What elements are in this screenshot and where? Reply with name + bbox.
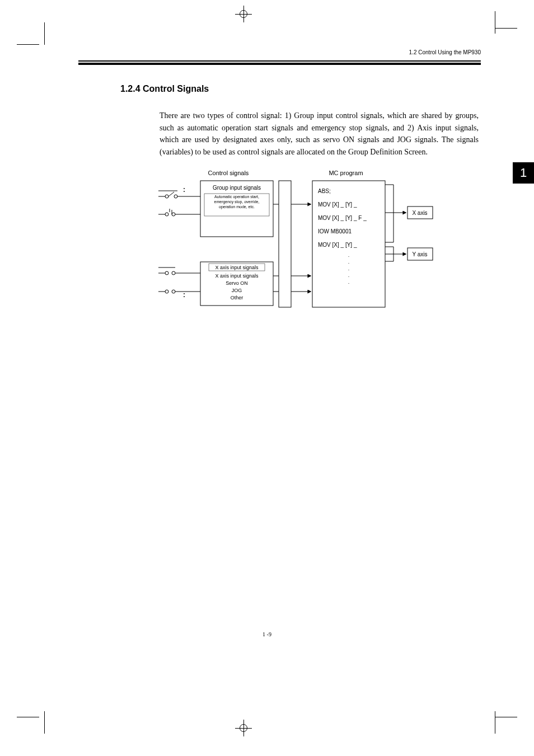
diagram-right-header: MC program xyxy=(329,170,363,176)
group-input-signals-desc: Automatic operation start, emergency sto… xyxy=(205,194,268,209)
svg-text:·: · xyxy=(348,260,350,266)
running-header: 1.2 Control Using the MP930 xyxy=(409,49,481,55)
svg-point-32 xyxy=(165,290,168,293)
switch-icon xyxy=(158,267,200,275)
registration-mark-bottom xyxy=(235,720,252,736)
registration-mark-top xyxy=(235,6,252,22)
page-number: 1 -9 xyxy=(0,631,534,637)
diagram-left-header: Control signals xyxy=(208,170,249,176)
mc-line-0: ABS; xyxy=(318,188,331,194)
switch-icon xyxy=(158,209,200,216)
mc-line-1: MOV [X] _ [Y] _ xyxy=(318,201,357,208)
svg-point-16 xyxy=(174,195,177,198)
section-heading: 1.2.4 Control Signals xyxy=(120,84,209,94)
svg-text:·: · xyxy=(348,267,350,273)
axis-box-line5: Other xyxy=(231,295,243,300)
svg-point-28 xyxy=(172,271,175,275)
svg-text::: : xyxy=(183,186,185,194)
group-input-signals-title: Group input signals xyxy=(213,185,261,191)
crop-mark-br xyxy=(489,711,517,739)
page: 1.2 Control Using the MP930 1 1.2.4 Cont… xyxy=(0,0,534,756)
header-rule xyxy=(78,60,481,63)
svg-line-15 xyxy=(168,192,174,196)
body-paragraph: There are two types of control signal: 1… xyxy=(160,110,479,158)
crop-mark-bl xyxy=(17,711,45,739)
axis-box-line4: JOG xyxy=(232,288,242,293)
axis-box-line2: X axis input signals xyxy=(215,273,259,279)
control-signals-diagram: Control signals MC program Group input s… xyxy=(158,170,439,315)
crop-mark-tl xyxy=(17,17,45,45)
crop-mark-tr xyxy=(489,6,517,34)
output-y-axis: Y axis xyxy=(412,251,427,257)
output-x-axis: X axis xyxy=(412,210,427,216)
svg-rect-4 xyxy=(279,181,291,307)
mc-line-3: IOW MB0001 xyxy=(318,228,352,234)
svg-text:·: · xyxy=(348,274,350,279)
svg-point-24 xyxy=(172,213,175,216)
axis-box-title: X axis input signals xyxy=(215,265,259,270)
switch-icon xyxy=(158,290,200,293)
svg-text:·: · xyxy=(348,253,350,259)
mc-line-2: MOV [X] _ [Y] _ F _ xyxy=(318,215,367,221)
axis-box-line3: Servo ON xyxy=(226,280,248,286)
mc-line-4: MOV [X] _ [Y] _ xyxy=(318,242,357,248)
svg-text:·: · xyxy=(348,280,350,286)
svg-point-33 xyxy=(172,290,175,293)
svg-text::: : xyxy=(183,291,185,299)
svg-point-14 xyxy=(165,195,168,198)
switch-icon xyxy=(158,191,200,198)
chapter-tab: 1 xyxy=(513,162,534,184)
svg-point-21 xyxy=(165,213,168,216)
svg-point-27 xyxy=(165,271,168,275)
